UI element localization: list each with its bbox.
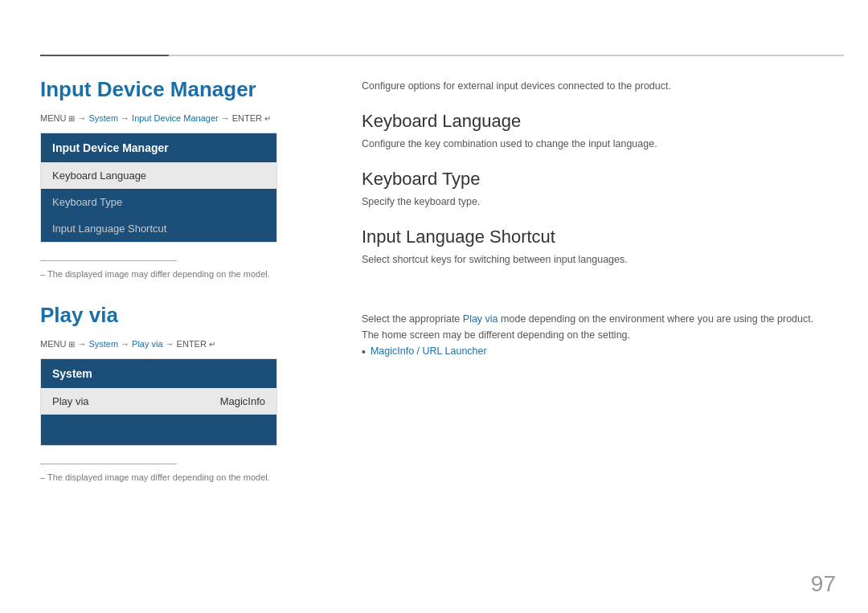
right-play-desc: Select the appropriate Play via mode dep… <box>362 313 836 325</box>
menu-box2-header: System <box>41 359 276 388</box>
menu-current-2: Play via <box>132 339 163 349</box>
menu-box-header-1: Input Device Manager <box>41 133 276 162</box>
top-rule-accent <box>40 55 169 56</box>
menu-item-keyboard-type[interactable]: Keyboard Type <box>41 189 276 215</box>
enter-icon-1: ↵ <box>264 114 271 123</box>
arrow3-1: → <box>221 113 230 123</box>
menu-item-keyboard-language[interactable]: Keyboard Language <box>41 162 276 189</box>
right-heading-keyboard-type: Keyboard Type <box>362 169 836 190</box>
menu-current-1: Input Device Manager <box>132 113 219 123</box>
right-play-section: Select the appropriate Play via mode dep… <box>362 313 836 359</box>
section-play-via: Play via MENU ⊞ → System → Play via → EN… <box>40 303 313 482</box>
section2-title: Play via <box>40 303 313 328</box>
enter-icon-2: ↵ <box>209 340 215 349</box>
right-sub-input-lang: Select shortcut keys for switching betwe… <box>362 254 836 265</box>
menu-item-input-language-shortcut[interactable]: Input Language Shortcut <box>41 215 276 242</box>
right-desc-main: Configure options for external input dev… <box>362 80 836 92</box>
menu-prefix-2: MENU <box>40 339 66 349</box>
right-sub-keyboard-lang: Configure the key combination used to ch… <box>362 138 836 149</box>
menu-box-1: Input Device Manager Keyboard Language K… <box>40 133 277 243</box>
enter-1: ENTER <box>232 113 262 123</box>
divider-1 <box>40 260 177 261</box>
arrow1-1: → <box>77 113 86 123</box>
right-heading-input-lang: Input Language Shortcut <box>362 227 836 247</box>
play-desc-suffix: mode depending on the environment where … <box>501 313 813 325</box>
play-via-label: Play via <box>52 395 89 407</box>
menu-box-2: System Play via MagicInfo <box>40 358 277 446</box>
right-column-section1: Configure options for external input dev… <box>362 64 836 284</box>
note-1: – The displayed image may differ dependi… <box>40 269 313 279</box>
divider-2 <box>40 464 177 464</box>
page-number: 97 <box>811 571 836 597</box>
play-via-value: MagicInfo <box>220 395 265 407</box>
menu-box2-empty <box>41 415 276 445</box>
arrow3-2: → <box>166 339 174 349</box>
menu-icon-2: ⊞ <box>68 340 75 349</box>
right-sub-keyboard-type: Specify the keyboard type. <box>362 196 836 207</box>
menu-system-1: System <box>88 113 118 123</box>
bullet-label: MagicInfo / URL Launcher <box>371 345 487 357</box>
right-heading-keyboard-lang: Keyboard Language <box>362 111 836 132</box>
left-column: Input Device Manager MENU ⊞ → System → I… <box>40 64 313 482</box>
arrow2-2: → <box>121 339 129 349</box>
right-play-desc2: The home screen may be different dependi… <box>362 329 836 341</box>
enter-2: ENTER <box>177 339 207 349</box>
bullet-item-magicinfo: • MagicInfo / URL Launcher <box>362 345 836 359</box>
menu-prefix-1: MENU <box>40 113 66 123</box>
bullet-dot: • <box>362 345 366 359</box>
menu-path-1: MENU ⊞ → System → Input Device Manager →… <box>40 113 313 123</box>
menu-path-2: MENU ⊞ → System → Play via → ENTER ↵ <box>40 339 313 349</box>
menu-system-2: System <box>88 339 118 349</box>
arrow1-2: → <box>77 339 86 349</box>
menu-row-play-via[interactable]: Play via MagicInfo <box>41 388 276 415</box>
play-via-inline-link: Play via <box>463 313 498 325</box>
menu-icon-1: ⊞ <box>68 114 75 123</box>
note-2: – The displayed image may differ dependi… <box>40 472 313 482</box>
arrow2-1: → <box>121 113 129 123</box>
section1-title: Input Device Manager <box>40 77 313 102</box>
play-desc-prefix: Select the appropriate <box>362 313 460 325</box>
section-input-device: Input Device Manager MENU ⊞ → System → I… <box>40 77 313 279</box>
